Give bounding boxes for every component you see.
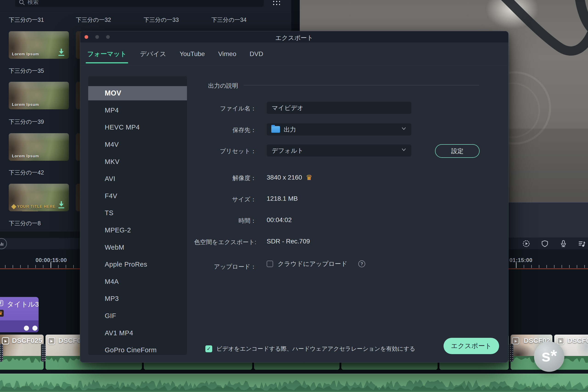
preset-label: プリセット： bbox=[186, 147, 256, 155]
audio-meter-icon[interactable] bbox=[0, 238, 7, 249]
download-icon[interactable] bbox=[58, 48, 65, 56]
export-button[interactable]: エクスポート bbox=[444, 338, 499, 354]
format-item-gif[interactable]: GIF bbox=[88, 307, 187, 324]
section-title: 出力の説明 bbox=[208, 82, 238, 90]
transition-handle[interactable] bbox=[41, 344, 46, 362]
timecode-right: 01:15:00 bbox=[510, 257, 532, 264]
ruler-major-tick bbox=[516, 262, 516, 268]
section-divider bbox=[244, 85, 479, 86]
destination-dropdown[interactable]: 出力 bbox=[267, 123, 411, 136]
dialog-tabs: フォーマットデバイスYouTubeVimeoDVD bbox=[80, 43, 508, 65]
format-item-mp4[interactable]: MP4 bbox=[88, 102, 187, 119]
format-item-mkv[interactable]: MKV bbox=[88, 153, 187, 170]
dialog-title: エクスポート bbox=[80, 34, 508, 42]
thumbnail-overlay-text: YOUR TITLE HERE bbox=[12, 204, 56, 209]
media-item-label: 下三分の一32 bbox=[76, 16, 111, 24]
media-item-label: 下三分の一39 bbox=[9, 118, 73, 126]
keyframe-dot[interactable] bbox=[32, 326, 38, 331]
transition-handle[interactable] bbox=[508, 344, 513, 362]
media-item-thumbnail[interactable]: YOUR TITLE HERE bbox=[9, 184, 69, 211]
hw-accel-row: ✓ ビデオをエンコードする際、ハードウェアアクセラレーションを有効にする bbox=[205, 345, 415, 352]
help-icon[interactable]: ? bbox=[358, 260, 365, 267]
chevron-down-icon bbox=[401, 126, 407, 132]
media-item-thumbnail[interactable]: Lorem Ipsum bbox=[9, 133, 69, 161]
tab-[interactable]: フォーマット bbox=[87, 50, 126, 58]
filename-input[interactable]: マイビデオ bbox=[267, 102, 411, 114]
search-placeholder: 検索 bbox=[28, 0, 38, 6]
keyframe-dot[interactable] bbox=[24, 326, 29, 331]
destination-label: 保存先： bbox=[186, 126, 256, 134]
tab-[interactable]: デバイス bbox=[140, 50, 166, 58]
colorspace-label: 色空間をエクスポート: bbox=[186, 238, 256, 246]
format-item-f4v[interactable]: F4V bbox=[88, 188, 187, 204]
audio-track[interactable] bbox=[0, 374, 588, 392]
format-item-hevc-mp4[interactable]: HEVC MP4 bbox=[88, 119, 187, 136]
clip-play-icon[interactable]: ▶ bbox=[2, 337, 9, 344]
timecode-left: 00:00:15:00 bbox=[35, 257, 68, 264]
filename-label: ファイル名： bbox=[186, 104, 256, 112]
format-list: MOVMP4HEVC MP4M4VMKVAVIF4VTSMPEG-2WebMAp… bbox=[88, 76, 187, 355]
format-item-webm[interactable]: WebM bbox=[88, 239, 187, 256]
clip-name-label: DSCF0 bbox=[567, 337, 588, 344]
thumbnail-overlay-text: Lorem Ipsum bbox=[12, 154, 39, 158]
format-item-apple-prores[interactable]: Apple ProRes bbox=[88, 256, 187, 273]
watermark-logo: s* bbox=[534, 342, 564, 372]
resolution-label: 解像度： bbox=[186, 174, 256, 182]
format-item-mpeg-2[interactable]: MPEG-2 bbox=[88, 222, 187, 239]
size-value: 1218.1 MB bbox=[267, 195, 298, 202]
title-clip-label: タイトル3 bbox=[7, 300, 38, 309]
grid-view-icon[interactable] bbox=[272, 0, 280, 7]
overlay-subtext-bar bbox=[22, 211, 38, 211]
upload-label: アップロード： bbox=[186, 263, 256, 271]
chevron-down-icon bbox=[401, 147, 407, 153]
clip-name-label: DSCF0 bbox=[58, 337, 81, 344]
diamond-icon bbox=[11, 204, 16, 210]
hw-accel-label: ビデオをエンコードする際、ハードウェアアクセラレーションを有効にする bbox=[216, 345, 415, 352]
format-item-av1-mp4[interactable]: AV1 MP4 bbox=[88, 324, 187, 342]
media-item-label: 下三分の一34 bbox=[211, 16, 246, 24]
media-item-thumbnail[interactable]: Lorem Ipsum bbox=[9, 82, 69, 109]
clip-play-icon[interactable]: ▶ bbox=[557, 337, 564, 344]
resolution-row: 3840 x 2160 ♛ bbox=[267, 173, 312, 182]
format-item-m4a[interactable]: M4A bbox=[88, 273, 187, 290]
upload-row: クラウドにアップロード ? bbox=[267, 260, 365, 268]
settings-button[interactable]: 設定 bbox=[435, 144, 480, 158]
export-dialog: エクスポート フォーマットデバイスYouTubeVimeoDVD MOVMP4H… bbox=[80, 31, 508, 362]
render-preview-icon[interactable] bbox=[522, 240, 530, 248]
media-item-label: 下三分の一35 bbox=[9, 67, 73, 75]
tab-youtube[interactable]: YouTube bbox=[180, 50, 205, 58]
media-item-label: 下三分の一33 bbox=[144, 16, 179, 24]
format-item-avi[interactable]: AVI bbox=[88, 170, 187, 188]
clip-play-icon[interactable]: ▶ bbox=[48, 337, 55, 344]
cloud-upload-checkbox[interactable] bbox=[267, 261, 273, 267]
preset-dropdown[interactable]: デフォルト bbox=[267, 144, 411, 156]
preset-value: デフォルト bbox=[272, 146, 304, 155]
colorspace-value: SDR - Rec.709 bbox=[267, 238, 310, 245]
audio-waveform bbox=[0, 380, 588, 392]
ruler-major-tick bbox=[50, 262, 51, 268]
microphone-icon[interactable] bbox=[559, 240, 568, 248]
hw-accel-checkbox[interactable]: ✓ bbox=[205, 346, 212, 352]
format-item-gopro-cineform[interactable]: GoPro CineForm bbox=[88, 342, 187, 355]
text-clip-icon: T bbox=[0, 300, 3, 306]
tab-dvd[interactable]: DVD bbox=[250, 50, 263, 58]
format-item-ts[interactable]: TS bbox=[88, 204, 187, 222]
format-item-m4v[interactable]: M4V bbox=[88, 136, 187, 153]
shield-icon[interactable] bbox=[541, 240, 549, 248]
thumbnail-overlay-text: Lorem Ipsum bbox=[12, 52, 39, 56]
transition-handle[interactable] bbox=[0, 344, 3, 362]
size-label: サイズ： bbox=[186, 196, 256, 204]
clip-play-icon[interactable]: ▶ bbox=[512, 337, 519, 344]
download-icon[interactable] bbox=[58, 201, 65, 208]
media-item-thumbnail[interactable]: Lorem Ipsum bbox=[9, 31, 69, 59]
duration-value: 00:04:02 bbox=[267, 216, 292, 224]
resolution-value: 3840 x 2160 bbox=[267, 174, 302, 181]
title-clip[interactable]: T タイトル3 ♛ bbox=[0, 297, 38, 332]
tab-vimeo[interactable]: Vimeo bbox=[218, 50, 236, 58]
format-item-mov[interactable]: MOV bbox=[88, 86, 187, 100]
format-item-mp3[interactable]: MP3 bbox=[88, 290, 187, 308]
pro-crown-icon: ♛ bbox=[306, 173, 312, 182]
music-track-icon[interactable] bbox=[578, 240, 586, 248]
search-input[interactable]: 検索 bbox=[15, 0, 264, 7]
folder-icon bbox=[271, 126, 280, 133]
